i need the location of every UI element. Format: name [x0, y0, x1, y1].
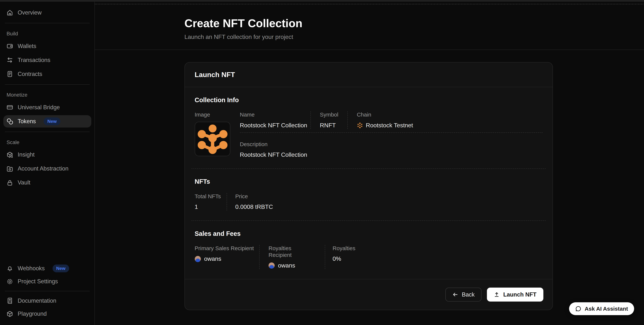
collection-fields: Name Rootstock NFT Collection Symbol RNF…: [240, 111, 543, 158]
royalties-recipient-value: owans: [268, 262, 316, 269]
royalties-label: Royalties: [332, 245, 543, 252]
section-title: Collection Info: [195, 96, 543, 104]
page-content: Launch NFT Collection Info Image: [95, 50, 644, 310]
sidebar-item-project-settings[interactable]: Project Settings: [3, 275, 91, 288]
ask-ai-assistant-label: Ask AI Assistant: [584, 306, 628, 312]
symbol-value: RNFT: [320, 122, 338, 129]
recipient-name: owans: [278, 262, 295, 269]
avatar: [195, 256, 201, 262]
sidebar-item-contracts[interactable]: Contracts: [3, 68, 91, 80]
package-search-icon: [6, 152, 13, 158]
home-icon: [6, 9, 13, 16]
new-badge: New: [44, 117, 60, 125]
nft-collection-image: [197, 124, 228, 154]
total-nfts-label: Total NFTs: [195, 193, 227, 200]
description-label: Description: [240, 141, 543, 147]
collection-image-preview: [195, 122, 230, 156]
gear-icon: [6, 278, 13, 285]
sidebar-item-webhooks[interactable]: Webhooks New: [3, 262, 91, 275]
sales-row: Primary Sales Recipient owans Royalties …: [195, 245, 543, 269]
sidebar-item-label: Tokens: [18, 118, 36, 125]
sidebar-item-tokens[interactable]: Tokens New: [3, 115, 91, 127]
sidebar-item-label: Account Abstraction: [18, 165, 68, 172]
sidebar-divider: [5, 84, 90, 85]
sidebar-item-label: Universal Bridge: [18, 104, 60, 111]
back-button-label: Back: [462, 291, 474, 298]
book-icon: [6, 298, 13, 304]
description-field: Description Rootstock NFT Collection: [240, 141, 543, 159]
sidebar-item-wallets[interactable]: Wallets: [3, 40, 91, 52]
primary-sales-recipient-value: owans: [195, 255, 259, 263]
nfts-row: Total NFTs 1 Price 0.0008 tRBTC: [195, 193, 543, 211]
transactions-icon: [6, 57, 13, 63]
sales-fees-section: Sales and Fees Primary Sales Recipient o…: [185, 221, 552, 279]
chain-value: Rootstock Testnet: [366, 122, 413, 129]
name-label: Name: [240, 111, 310, 118]
image-label: Image: [195, 111, 240, 118]
chain-field: Chain: [347, 111, 543, 129]
sidebar-divider: [5, 23, 90, 23]
contract-file-icon: [6, 71, 13, 77]
arrow-left-icon: [452, 292, 458, 298]
launch-nft-button[interactable]: Launch NFT: [487, 288, 544, 302]
image-column: Image: [195, 111, 240, 158]
description-value: Rootstock NFT Collection: [240, 151, 543, 159]
chat-bubble-icon: [575, 306, 582, 312]
sidebar: Overview Build Wallets Transactions: [0, 2, 95, 325]
main-area: Create NFT Collection Launch an NFT coll…: [95, 2, 644, 325]
sidebar-item-playground[interactable]: Playground: [3, 308, 91, 320]
card-footer: Back Launch NFT: [185, 279, 552, 310]
collection-info-section: Collection Info Image: [185, 87, 552, 168]
window-top-strip: [0, 0, 644, 2]
chain-value-row: Rootstock Testnet: [357, 122, 543, 129]
sidebar-item-label: Webhooks: [18, 265, 45, 272]
bell-icon: [6, 265, 13, 272]
page-subtitle: Launch an NFT collection for your projec…: [184, 33, 644, 41]
sidebar-heading-scale: Scale: [0, 139, 94, 145]
page-title: Create NFT Collection: [184, 16, 644, 31]
lock-icon: [6, 179, 13, 186]
credit-card-icon: [6, 104, 13, 111]
sidebar-heading-monetize: Monetize: [0, 92, 94, 98]
royalties-value: 0%: [332, 255, 543, 263]
shell: Overview Build Wallets Transactions: [0, 2, 644, 325]
sidebar-item-universal-bridge[interactable]: Universal Bridge: [3, 101, 91, 114]
back-button[interactable]: Back: [445, 288, 482, 302]
launch-nft-button-label: Launch NFT: [503, 291, 536, 298]
dashed-row-divider: [240, 132, 543, 133]
avatar: [268, 263, 275, 269]
symbol-field: Symbol RNFT: [310, 111, 347, 129]
sidebar-item-vault[interactable]: Vault: [3, 176, 91, 189]
ask-ai-assistant-button[interactable]: Ask AI Assistant: [569, 302, 634, 315]
card-title: Launch NFT: [195, 70, 543, 79]
cube-icon: [6, 311, 13, 317]
royalties-field: Royalties 0%: [325, 245, 543, 269]
sidebar-item-account-abstraction[interactable]: Account Abstraction: [3, 162, 91, 175]
royalties-recipient-label: Royalties Recipient: [268, 245, 316, 258]
symbol-label: Symbol: [320, 111, 338, 118]
name-field: Name Rootstock NFT Collection: [240, 111, 310, 129]
sidebar-heading-build: Build: [0, 31, 94, 37]
recipient-name: owans: [204, 255, 221, 263]
rootstock-chain-icon: [357, 122, 363, 128]
sidebar-item-documentation[interactable]: Documentation: [3, 295, 91, 307]
name-value: Rootstock NFT Collection: [240, 122, 310, 129]
sidebar-item-overview[interactable]: Overview: [3, 6, 91, 19]
sidebar-item-label: Transactions: [18, 57, 50, 63]
launch-nft-card: Launch NFT Collection Info Image: [184, 62, 553, 310]
sidebar-divider: [5, 132, 90, 132]
section-title: Sales and Fees: [195, 230, 543, 238]
wallet-icon: [6, 43, 13, 49]
sidebar-item-transactions[interactable]: Transactions: [3, 54, 91, 66]
sidebar-item-label: Insight: [18, 151, 35, 158]
total-nfts-value: 1: [195, 203, 227, 211]
sidebar-item-label: Documentation: [18, 298, 56, 304]
sidebar-item-label: Vault: [18, 179, 30, 186]
collection-fields-row: Name Rootstock NFT Collection Symbol RNF…: [240, 111, 543, 129]
royalties-recipient-field: Royalties Recipient owans: [259, 245, 325, 269]
total-nfts-field: Total NFTs 1: [195, 193, 227, 211]
sidebar-item-insight[interactable]: Insight: [3, 149, 91, 161]
sidebar-item-label: Wallets: [18, 43, 36, 49]
page-header: Create NFT Collection Launch an NFT coll…: [95, 4, 644, 50]
price-value: 0.0008 tRBTC: [235, 203, 273, 211]
